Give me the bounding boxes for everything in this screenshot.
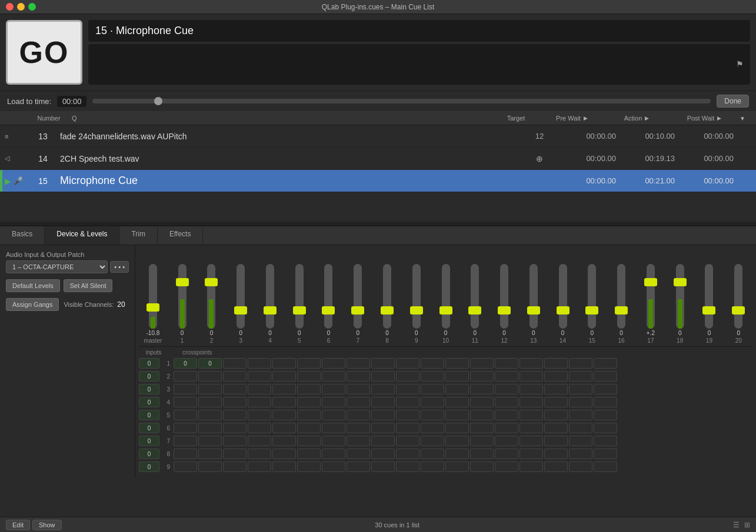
- matrix-cell[interactable]: [347, 461, 370, 472]
- fader-track-9[interactable]: [412, 264, 421, 329]
- matrix-cell[interactable]: [396, 371, 419, 382]
- matrix-cell[interactable]: [421, 371, 444, 382]
- patch-select[interactable]: 1 – OCTA-CAPTURE: [6, 260, 108, 273]
- matrix-cell[interactable]: [347, 423, 370, 433]
- matrix-cell[interactable]: [594, 358, 617, 369]
- fader-track-17[interactable]: [647, 264, 655, 329]
- matrix-cell[interactable]: [569, 397, 592, 407]
- matrix-input-val[interactable]: 0: [139, 436, 159, 446]
- matrix-cell[interactable]: [569, 423, 592, 433]
- fader-thumb-17[interactable]: [644, 278, 657, 286]
- matrix-cell[interactable]: [371, 358, 395, 369]
- matrix-cell[interactable]: [421, 397, 444, 407]
- matrix-cell[interactable]: [223, 384, 247, 394]
- matrix-cell[interactable]: [297, 461, 321, 472]
- matrix-cell[interactable]: [519, 397, 543, 407]
- matrix-cell[interactable]: [272, 410, 296, 420]
- matrix-cell[interactable]: [396, 384, 419, 394]
- matrix-cell[interactable]: [174, 410, 197, 420]
- matrix-cell[interactable]: [223, 423, 247, 433]
- fader-thumb-3[interactable]: [234, 306, 247, 314]
- matrix-input-val[interactable]: 0: [139, 449, 159, 459]
- matrix-cell[interactable]: [347, 410, 370, 420]
- matrix-cell[interactable]: [544, 397, 568, 407]
- time-slider-thumb[interactable]: [154, 97, 162, 105]
- fader-track-20[interactable]: [734, 264, 742, 329]
- fader-thumb-9[interactable]: [410, 306, 423, 314]
- matrix-cell[interactable]: [495, 371, 518, 382]
- matrix-cell[interactable]: [396, 449, 419, 459]
- matrix-cell[interactable]: [223, 410, 247, 420]
- matrix-input-val[interactable]: 0: [139, 384, 159, 394]
- matrix-cell[interactable]: [322, 449, 345, 459]
- matrix-cell[interactable]: [544, 384, 568, 394]
- matrix-cell[interactable]: [272, 384, 296, 394]
- matrix-cell[interactable]: [371, 423, 395, 433]
- fader-track-2[interactable]: [207, 264, 215, 329]
- matrix-cell[interactable]: [198, 461, 222, 472]
- matrix-cell[interactable]: [519, 461, 543, 472]
- matrix-cell[interactable]: [470, 449, 494, 459]
- fader-thumb-10[interactable]: [439, 306, 452, 314]
- fader-thumb-16[interactable]: [615, 306, 628, 314]
- matrix-cell[interactable]: [347, 397, 370, 407]
- matrix-cell[interactable]: [322, 410, 345, 420]
- matrix-cell[interactable]: [544, 461, 568, 472]
- matrix-cell[interactable]: [594, 436, 617, 446]
- fader-track-16[interactable]: [617, 264, 625, 329]
- matrix-cell[interactable]: [198, 423, 222, 433]
- matrix-cell[interactable]: [297, 371, 321, 382]
- fader-thumb-4[interactable]: [264, 306, 277, 314]
- matrix-cell[interactable]: [544, 358, 568, 369]
- fader-thumb-8[interactable]: [381, 306, 394, 314]
- matrix-cell[interactable]: [297, 397, 321, 407]
- matrix-cell[interactable]: [470, 436, 494, 446]
- fader-track-19[interactable]: [705, 264, 713, 329]
- matrix-cell[interactable]: [569, 449, 592, 459]
- fader-track-10[interactable]: [442, 264, 450, 329]
- matrix-cell[interactable]: [569, 371, 592, 382]
- matrix-cell[interactable]: [544, 423, 568, 433]
- matrix-cell[interactable]: [371, 397, 395, 407]
- table-row[interactable]: ≡ 13 fade 24channelidents.wav AUPitch 12…: [0, 125, 756, 148]
- matrix-cell[interactable]: [445, 358, 469, 369]
- matrix-input-val[interactable]: 0: [139, 358, 159, 369]
- flag-button[interactable]: ⚑: [736, 59, 747, 70]
- fader-track-13[interactable]: [529, 264, 538, 329]
- matrix-cell[interactable]: [470, 371, 494, 382]
- fader-thumb-18[interactable]: [674, 278, 687, 286]
- matrix-cell[interactable]: [223, 436, 247, 446]
- matrix-cell[interactable]: [544, 410, 568, 420]
- fader-track-11[interactable]: [471, 264, 479, 329]
- edit-button[interactable]: Edit: [6, 520, 30, 530]
- matrix-cell[interactable]: [223, 461, 247, 472]
- matrix-cell[interactable]: [272, 371, 296, 382]
- matrix-cell[interactable]: [198, 384, 222, 394]
- matrix-cell[interactable]: [519, 371, 543, 382]
- matrix-cell[interactable]: 0: [198, 358, 222, 369]
- set-all-silent-button[interactable]: Set All Silent: [64, 279, 113, 292]
- matrix-cell[interactable]: [272, 449, 296, 459]
- matrix-cell[interactable]: [198, 410, 222, 420]
- matrix-cell[interactable]: [174, 461, 197, 472]
- matrix-cell[interactable]: [371, 384, 395, 394]
- fader-track-15[interactable]: [588, 264, 596, 329]
- matrix-cell[interactable]: [272, 461, 296, 472]
- fader-track-18[interactable]: [676, 264, 684, 329]
- matrix-cell[interactable]: [223, 397, 247, 407]
- matrix-cell[interactable]: [470, 410, 494, 420]
- matrix-cell[interactable]: [421, 461, 444, 472]
- matrix-cell[interactable]: [248, 371, 271, 382]
- matrix-cell[interactable]: [223, 358, 247, 369]
- matrix-cell[interactable]: [470, 358, 494, 369]
- time-slider[interactable]: [92, 99, 711, 103]
- matrix-cell[interactable]: [594, 384, 617, 394]
- matrix-cell[interactable]: [198, 397, 222, 407]
- fader-track-1[interactable]: [178, 264, 186, 329]
- matrix-cell[interactable]: [421, 436, 444, 446]
- matrix-cell[interactable]: [569, 436, 592, 446]
- matrix-input-val[interactable]: 0: [139, 461, 159, 472]
- matrix-cell[interactable]: [322, 358, 345, 369]
- tab-effects[interactable]: Effects: [158, 226, 203, 245]
- fader-track-4[interactable]: [266, 264, 274, 329]
